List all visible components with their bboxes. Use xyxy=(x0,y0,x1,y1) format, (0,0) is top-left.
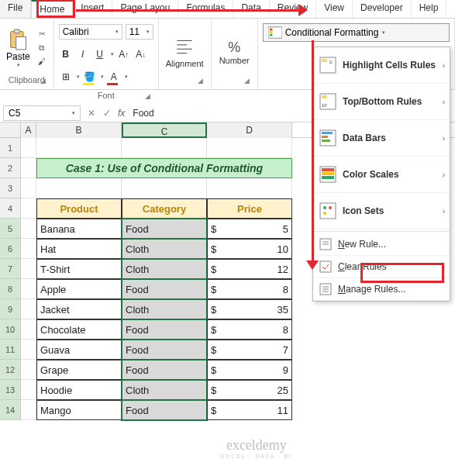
select-all-corner[interactable] xyxy=(0,122,21,137)
row-header[interactable]: 2 xyxy=(0,158,21,178)
cell-product[interactable]: Hoodie xyxy=(36,380,122,400)
enter-formula-button[interactable]: ✓ xyxy=(99,108,115,119)
cell-price[interactable]: $11 xyxy=(207,400,292,420)
tab-file[interactable]: File xyxy=(0,0,31,18)
tab-developer[interactable]: Developer xyxy=(353,0,412,18)
copy-button[interactable]: ⧉ xyxy=(35,42,49,54)
cell-price[interactable]: $12 xyxy=(207,259,292,279)
cell-category[interactable]: Cloth xyxy=(122,239,207,259)
cell[interactable] xyxy=(21,360,36,380)
cell-category[interactable]: Food xyxy=(122,360,207,380)
menu-manage-rules[interactable]: Manage Rules... xyxy=(313,278,450,301)
cell-product[interactable]: Apple xyxy=(36,279,122,299)
col-header-D[interactable]: D xyxy=(207,122,292,138)
cell-category[interactable]: Cloth xyxy=(122,299,207,319)
col-header-B[interactable]: B xyxy=(36,122,122,138)
italic-button[interactable]: I xyxy=(76,47,90,61)
cell-category[interactable]: Cloth xyxy=(122,259,207,279)
cell[interactable] xyxy=(207,178,292,198)
cut-button[interactable]: ✂ xyxy=(35,28,49,40)
cell[interactable] xyxy=(21,198,36,219)
cell[interactable] xyxy=(21,138,36,158)
paste-button[interactable]: Paste▾ xyxy=(5,26,32,70)
row-header[interactable]: 3 xyxy=(0,178,21,198)
row-header[interactable]: 4 xyxy=(0,198,21,219)
cell[interactable] xyxy=(21,158,36,178)
underline-button[interactable]: U xyxy=(93,47,107,61)
row-header[interactable]: 7 xyxy=(0,259,21,279)
cell[interactable] xyxy=(21,319,36,340)
cell-price[interactable]: $35 xyxy=(207,299,292,319)
cell-category[interactable]: Food xyxy=(122,340,207,360)
cell-category[interactable]: Food xyxy=(122,279,207,299)
row-header[interactable]: 5 xyxy=(0,219,21,239)
cell-product[interactable]: Guava xyxy=(36,340,122,360)
col-header-A[interactable]: A xyxy=(21,122,36,138)
borders-button[interactable]: ⊞ xyxy=(59,70,73,84)
bold-button[interactable]: B xyxy=(59,47,73,61)
menu-top-bottom-rules[interactable]: 10 Top/Bottom Rules› xyxy=(313,84,450,120)
tab-home[interactable]: Home xyxy=(31,0,73,18)
dialog-launcher-icon[interactable]: ◢ xyxy=(40,77,47,85)
cell-product[interactable]: Grape xyxy=(36,360,122,380)
tab-help[interactable]: Help xyxy=(412,0,447,18)
dialog-launcher-icon[interactable]: ◢ xyxy=(197,77,205,85)
cell-category[interactable]: Food xyxy=(122,400,207,420)
cell-price[interactable]: $25 xyxy=(207,380,292,400)
cell[interactable] xyxy=(21,219,36,239)
name-box[interactable]: C5▾ xyxy=(3,105,81,121)
cell-product[interactable]: T-Shirt xyxy=(36,259,122,279)
cell[interactable] xyxy=(21,380,36,400)
cell-category[interactable]: Food xyxy=(122,319,207,340)
font-name-select[interactable]: Calibri▾ xyxy=(59,24,122,40)
header-category[interactable]: Category xyxy=(122,198,207,219)
cell-product[interactable]: Banana xyxy=(36,219,122,239)
row-header[interactable]: 12 xyxy=(0,360,21,380)
row-header[interactable]: 8 xyxy=(0,279,21,299)
cell-price[interactable]: $5 xyxy=(207,219,292,239)
cell[interactable] xyxy=(21,340,36,360)
row-header[interactable]: 13 xyxy=(0,380,21,400)
alignment-icon[interactable] xyxy=(174,36,195,57)
cell-product[interactable]: Hat xyxy=(36,239,122,259)
row-header[interactable]: 1 xyxy=(0,138,21,158)
cell-product[interactable]: Jacket xyxy=(36,299,122,319)
row-header[interactable]: 14 xyxy=(0,400,21,420)
menu-icon-sets[interactable]: Icon Sets› xyxy=(313,193,450,229)
cell[interactable] xyxy=(122,138,207,158)
percent-icon[interactable]: % xyxy=(228,40,240,56)
col-header-C[interactable]: C xyxy=(122,122,207,138)
dialog-launcher-icon[interactable]: ◢ xyxy=(243,77,251,85)
cell[interactable] xyxy=(36,178,122,198)
row-header[interactable]: 11 xyxy=(0,340,21,360)
cell-category[interactable]: Cloth xyxy=(122,380,207,400)
row-header[interactable]: 10 xyxy=(0,319,21,340)
cell-category[interactable]: Food xyxy=(122,219,207,239)
cell[interactable] xyxy=(21,259,36,279)
cell-price[interactable]: $8 xyxy=(207,319,292,340)
menu-new-rule[interactable]: New Rule... xyxy=(313,233,450,256)
header-price[interactable]: Price xyxy=(207,198,292,219)
conditional-formatting-button[interactable]: Conditional Formatting▾ xyxy=(263,23,450,42)
menu-highlight-cells-rules[interactable]: ≥ Highlight Cells Rules› xyxy=(313,47,450,84)
cell[interactable] xyxy=(21,400,36,420)
row-header[interactable]: 6 xyxy=(0,239,21,259)
cancel-formula-button[interactable]: ✕ xyxy=(84,108,99,119)
cell[interactable] xyxy=(36,138,122,158)
row-header[interactable]: 9 xyxy=(0,299,21,319)
tab-view[interactable]: View xyxy=(316,0,353,18)
cell[interactable] xyxy=(21,279,36,299)
menu-data-bars[interactable]: Data Bars› xyxy=(313,120,450,157)
font-color-button[interactable]: A xyxy=(107,70,121,84)
cell-price[interactable]: $9 xyxy=(207,360,292,380)
menu-color-scales[interactable]: Color Scales› xyxy=(313,157,450,193)
format-painter-button[interactable]: 🖌 xyxy=(35,56,49,68)
cell[interactable] xyxy=(207,138,292,158)
cell-price[interactable]: $7 xyxy=(207,340,292,360)
cell-product[interactable]: Mango xyxy=(36,400,122,420)
cell-product[interactable]: Chocolate xyxy=(36,319,122,340)
cell-price[interactable]: $8 xyxy=(207,279,292,299)
cell[interactable] xyxy=(21,178,36,198)
fill-color-button[interactable]: 🪣 xyxy=(83,70,97,84)
font-size-select[interactable]: 11▾ xyxy=(126,24,153,40)
